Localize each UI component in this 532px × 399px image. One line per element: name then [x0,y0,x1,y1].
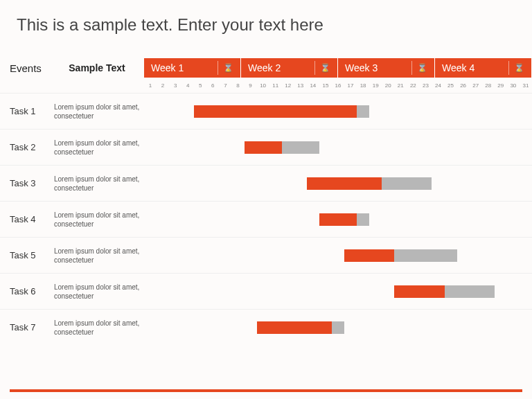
page-title: This is a sample text. Enter your text h… [0,0,532,40]
day-tick: 21 [394,82,407,89]
week-headers: Week 1⌛Week 2⌛Week 3⌛Week 4⌛ [144,58,532,78]
task-track [144,274,532,309]
hourglass-icon: ⌛ [514,63,524,73]
week-label: Week 4 [442,62,475,73]
week-label: Week 2 [248,62,281,73]
task-track [144,130,532,165]
task-row: Task 6Lorem ipsum dolor sit amet, consec… [0,273,532,309]
day-tick: 4 [181,82,194,89]
task-bar-progress [307,177,382,190]
day-tick: 10 [257,82,269,89]
task-name: Task 2 [0,130,54,165]
day-tick: 22 [407,82,419,89]
task-name: Task 1 [0,94,54,129]
task-desc: Lorem ipsum dolor sit amet, consectetuer [54,274,144,309]
task-track [144,238,532,273]
day-tick: 29 [495,82,507,89]
gantt-chart: Events Sample Text Week 1⌛Week 2⌛Week 3⌛… [0,58,532,382]
day-scale: 1234567891011121314151617181920212223242… [144,78,532,93]
events-header: Events [0,58,54,78]
task-desc: Lorem ipsum dolor sit amet, consectetuer [54,202,144,237]
task-row: Task 2Lorem ipsum dolor sit amet, consec… [0,129,532,165]
week-label: Week 1 [151,62,184,73]
task-name: Task 6 [0,274,54,309]
day-tick: 23 [419,82,432,89]
task-bar-progress [394,285,444,298]
task-bar-progress [319,213,357,226]
accent-rule [10,389,522,392]
hourglass-icon: ⌛ [223,63,233,73]
day-tick: 14 [307,82,319,89]
week-header: Week 2⌛ [241,58,338,78]
task-desc: Lorem ipsum dolor sit amet, consectetuer [54,130,144,165]
task-desc: Lorem ipsum dolor sit amet, consectetuer [54,238,144,273]
day-tick: 5 [194,82,206,89]
hourglass-icon: ⌛ [320,63,330,73]
task-track [144,166,532,201]
task-desc: Lorem ipsum dolor sit amet, consectetuer [54,166,144,201]
day-tick: 13 [294,82,307,89]
day-tick: 30 [507,82,520,89]
gantt-page: This is a sample text. Enter your text h… [0,0,532,399]
task-desc: Lorem ipsum dolor sit amet, consectetuer [54,94,144,129]
task-track [144,310,532,345]
task-name: Task 4 [0,202,54,237]
task-row: Task 1Lorem ipsum dolor sit amet, consec… [0,93,532,129]
task-bar-progress [194,105,357,118]
task-track [144,94,532,129]
week-header: Week 1⌛ [144,58,241,78]
day-tick: 16 [332,82,344,89]
day-tick: 2 [157,82,169,89]
task-bar-progress [344,249,394,262]
day-tick: 7 [219,82,231,89]
day-tick: 8 [231,82,244,89]
task-rows: Task 1Lorem ipsum dolor sit amet, consec… [0,93,532,345]
day-tick: 26 [457,82,470,89]
day-tick: 1 [144,82,157,89]
day-tick: 3 [169,82,181,89]
task-row: Task 7Lorem ipsum dolor sit amet, consec… [0,309,532,345]
task-bar-progress [257,321,332,334]
day-tick: 24 [432,82,444,89]
header-row: Events Sample Text Week 1⌛Week 2⌛Week 3⌛… [0,58,532,78]
day-tick: 27 [470,82,482,89]
task-row: Task 4Lorem ipsum dolor sit amet, consec… [0,201,532,237]
day-tick: 20 [382,82,394,89]
day-tick: 28 [482,82,495,89]
week-label: Week 3 [345,62,378,73]
task-row: Task 3Lorem ipsum dolor sit amet, consec… [0,165,532,201]
task-row: Task 5Lorem ipsum dolor sit amet, consec… [0,237,532,273]
day-tick: 9 [245,82,257,89]
day-tick: 19 [369,82,382,89]
task-name: Task 5 [0,238,54,273]
day-tick: 15 [319,82,332,89]
task-track [144,202,532,237]
day-tick: 18 [357,82,369,89]
day-tick: 17 [344,82,357,89]
desc-header: Sample Text [54,58,144,78]
task-name: Task 3 [0,166,54,201]
day-tick: 31 [520,82,532,89]
task-name: Task 7 [0,310,54,345]
day-tick: 11 [269,82,282,89]
week-header: Week 4⌛ [435,58,532,78]
task-desc: Lorem ipsum dolor sit amet, consectetuer [54,310,144,345]
hourglass-icon: ⌛ [417,63,427,73]
week-header: Week 3⌛ [338,58,435,78]
days-row: 1234567891011121314151617181920212223242… [0,78,532,93]
day-tick: 25 [445,82,457,89]
task-bar-progress [245,141,282,154]
day-tick: 12 [282,82,294,89]
day-tick: 6 [206,82,219,89]
